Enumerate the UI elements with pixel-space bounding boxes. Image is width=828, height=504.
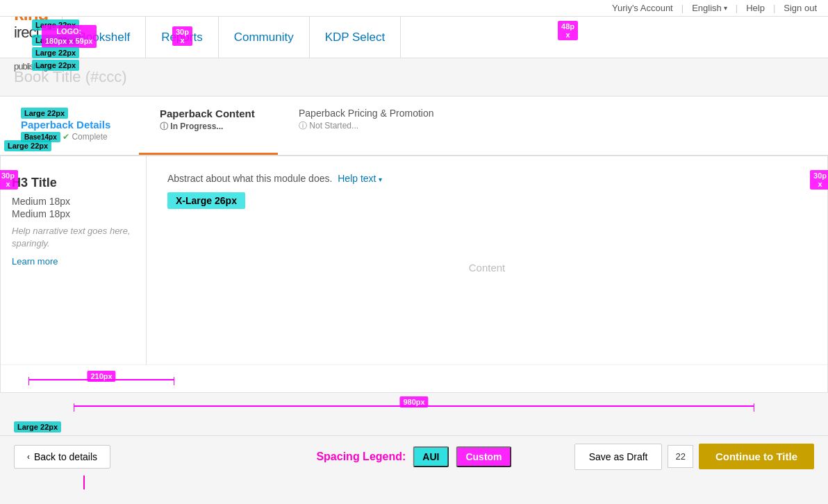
ann-30px-right: 30px xyxy=(810,170,828,190)
spacing-legend: Spacing Legend: AUI Custom xyxy=(316,446,511,467)
language-selector[interactable]: English ▾ xyxy=(692,3,727,13)
section-sidebar: 30px H3 Title Medium 18px Medium 18px He… xyxy=(1,156,147,364)
count-badge: 22 xyxy=(668,445,693,468)
measure-980px-line: 980px xyxy=(74,405,754,407)
tab-content-label: Paperback Content xyxy=(160,108,257,119)
ann-large-22px-tab2: Large 22px xyxy=(4,140,51,151)
tab-content-status: ⓘ In Progress... xyxy=(160,121,257,133)
measure-210px-line: 210px xyxy=(28,379,174,380)
tab-pricing-label: Paperback Pricing & Promotion xyxy=(299,108,434,119)
section-label2: Medium 18px xyxy=(12,208,135,219)
ann-980px: 980px xyxy=(399,396,428,408)
info-icon: ⓘ xyxy=(160,121,168,131)
save-draft-button[interactable]: Save as Draft xyxy=(574,444,663,470)
section-main: 30px Abstract about what this module doe… xyxy=(147,156,827,364)
section-title: H3 Title xyxy=(12,176,135,190)
aui-button[interactable]: AUI xyxy=(413,446,449,467)
tab-paperback-details[interactable]: Large 22px Paperback Details Base14px ✔ … xyxy=(0,96,139,155)
header: kindirect publishing LOGO:180px x 59px 3… xyxy=(0,17,828,58)
ann-large-22px-footer-row: Large 22px xyxy=(0,418,828,435)
book-title-bar: Book Title (#ccc) xyxy=(0,58,828,96)
footer-bar: ‹ Back to details Spacing Legend: AUI Cu… xyxy=(0,435,828,477)
page-wrapper: Yuriy's Account | English ▾ | Help | Sig… xyxy=(0,0,828,504)
vertical-indicator xyxy=(83,476,85,489)
section-help-text: Help narrative text goes here, sparingly… xyxy=(12,225,135,250)
section-label1: Medium 18px xyxy=(12,196,135,207)
measure-row: 210px xyxy=(1,364,827,392)
info-icon-2: ⓘ xyxy=(299,121,307,131)
content-placeholder: Content xyxy=(167,262,806,274)
spacing-legend-label: Spacing Legend: xyxy=(316,451,406,463)
learn-more-link[interactable]: Learn more xyxy=(12,256,58,267)
help-link[interactable]: Help text xyxy=(338,173,376,184)
ann-large-22px-footer: Large 22px xyxy=(14,421,61,432)
nav-bookshelf[interactable]: Bookshelf xyxy=(62,17,146,58)
help-link[interactable]: Help xyxy=(746,3,765,13)
separator1: | xyxy=(681,3,684,13)
nav-reports[interactable]: Reports xyxy=(146,17,219,58)
tab-pricing-status: ⓘ Not Started... xyxy=(299,120,434,132)
tab-paperback-pricing[interactable]: Paperback Pricing & Promotion ⓘ Not Star… xyxy=(278,96,455,155)
top-bar: Yuriy's Account | English ▾ | Help | Sig… xyxy=(0,0,828,17)
section-abstract: Abstract about what this module does. He… xyxy=(167,173,806,184)
custom-button[interactable]: Custom xyxy=(456,446,511,467)
tabs-container: Large 22px Paperback Details Base14px ✔ … xyxy=(0,96,828,156)
ann-210px: 210px xyxy=(87,371,115,382)
xl-label-box: X-Large 26px xyxy=(167,192,245,209)
content-section: 30px H3 Title Medium 18px Medium 18px He… xyxy=(0,156,828,393)
tab-details-status: Base14px ✔ Complete xyxy=(21,132,118,142)
dropdown-arrow-icon: ▾ xyxy=(724,4,727,12)
section-inner: 30px H3 Title Medium 18px Medium 18px He… xyxy=(1,156,827,364)
account-link[interactable]: Yuriy's Account xyxy=(612,3,673,13)
tab-paperback-content[interactable]: Paperback Content ⓘ In Progress... xyxy=(139,96,278,155)
separator3: | xyxy=(773,3,775,13)
nav-kdpselect[interactable]: KDP Select xyxy=(310,17,401,58)
separator2: | xyxy=(736,3,738,13)
language-label: English xyxy=(692,3,722,13)
tab-details-label: Paperback Details xyxy=(21,119,118,131)
back-icon: ‹ xyxy=(27,452,30,462)
check-icon: ✔ xyxy=(63,132,69,142)
nav-community[interactable]: Community xyxy=(219,17,310,58)
help-dropdown-icon: ▾ xyxy=(379,176,382,183)
ann-base14px: Base14px xyxy=(21,132,60,142)
signout-link[interactable]: Sign out xyxy=(784,3,817,13)
footer-right: Save as Draft 22 Continue to Title xyxy=(574,444,814,470)
measure-980px-row: 980px xyxy=(0,393,828,418)
nav: Bookshelf Reports Community KDP Select xyxy=(62,17,814,58)
main-content: Large 22px Paperback Details Base14px ✔ … xyxy=(0,96,828,477)
ann-large-22px-tab: Large 22px xyxy=(21,108,68,119)
footer-left: ‹ Back to details xyxy=(14,445,110,469)
continue-button[interactable]: Continue to Title xyxy=(699,444,814,469)
back-button[interactable]: ‹ Back to details xyxy=(14,445,110,469)
